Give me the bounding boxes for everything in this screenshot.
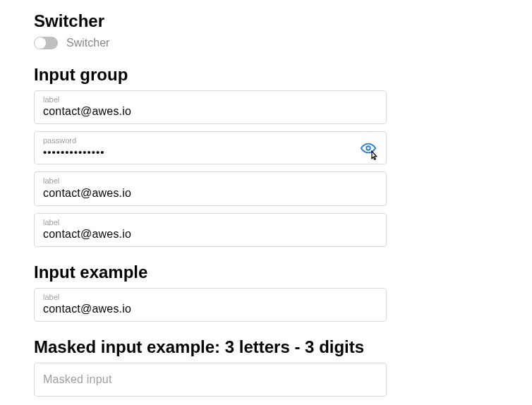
switcher-label: Switcher (66, 37, 109, 49)
input-field[interactable]: label (34, 213, 387, 247)
field-label: password (43, 136, 377, 145)
masked-group (34, 363, 387, 397)
masked-title: Masked input example: 3 letters - 3 digi… (34, 337, 532, 357)
input-field[interactable]: label (34, 288, 387, 322)
password-input[interactable]: •••••••••••••• (43, 146, 377, 158)
field-label: label (43, 293, 377, 302)
field-label: label (43, 95, 377, 104)
input-group: label password •••••••••••••• label labe… (34, 90, 387, 247)
field-label: label (43, 218, 377, 227)
switcher-row: Switcher (34, 37, 532, 49)
text-input[interactable] (43, 187, 377, 200)
svg-point-0 (366, 146, 370, 150)
field-label: label (43, 176, 377, 186)
input-field[interactable]: label (34, 171, 387, 205)
input-field[interactable]: label (34, 90, 387, 124)
eye-icon[interactable] (361, 140, 376, 156)
masked-field[interactable] (34, 363, 387, 397)
input-group-title: Input group (34, 65, 532, 85)
switcher-toggle[interactable] (34, 37, 58, 49)
password-field[interactable]: password •••••••••••••• (34, 131, 387, 164)
text-input[interactable] (43, 105, 377, 118)
masked-input[interactable] (43, 373, 377, 386)
switcher-title: Switcher (34, 11, 532, 31)
input-example-group: label (34, 288, 387, 322)
text-input[interactable] (43, 228, 377, 241)
text-input[interactable] (43, 303, 377, 315)
input-example-title: Input example (34, 262, 532, 282)
